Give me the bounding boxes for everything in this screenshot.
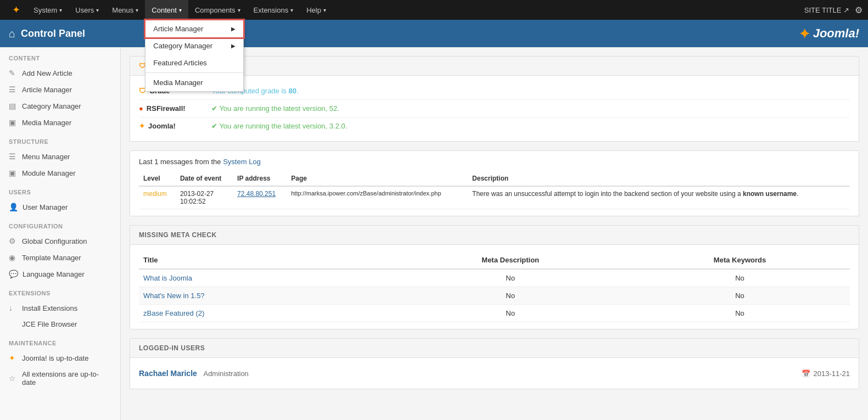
top-nav-left: ✦ System ▾ Users ▾ Menus ▾ Content ▾ Art…: [5, 0, 333, 20]
top-navbar: ✦ System ▾ Users ▾ Menus ▾ Content ▾ Art…: [0, 0, 868, 20]
meta-row-3: zBase Featured (2) No No: [139, 305, 850, 322]
firewall-grade-row: 🛡 Grade Your computed grade is 80.: [139, 82, 850, 100]
joomla-uptodate-icon: ✦: [9, 354, 18, 362]
log-col-ip: IP address: [233, 171, 287, 186]
log-page-cell: http://marksa.ipower.com/zBase/administr…: [287, 186, 468, 209]
log-col-level: Level: [139, 171, 176, 186]
calendar-icon: 📅: [802, 369, 810, 378]
meta-row3-desc: No: [391, 305, 630, 322]
nav-help[interactable]: Help ▾: [300, 0, 333, 20]
logged-user-info: Rachael Maricle Administration: [139, 369, 249, 378]
sidebar-item-module-manager[interactable]: ▣ Module Manager: [0, 165, 120, 181]
nav-menus-arrow: ▾: [136, 7, 138, 13]
log-table-header-row: Level Date of event IP address Page Desc…: [139, 171, 850, 186]
sidebar-section-configuration: CONFIGURATION: [0, 215, 120, 233]
log-panel: Last 1 messages from the System Log Leve…: [130, 150, 859, 216]
extensions-uptodate-icon: ☆: [9, 374, 18, 383]
nav-system[interactable]: System ▾: [27, 0, 69, 20]
meta-row2-keywords: No: [630, 287, 850, 305]
log-ip-cell: 72.48.80.251: [233, 186, 287, 209]
dropdown-category-manager[interactable]: Category Manager ▶: [145, 37, 243, 54]
nav-components[interactable]: Components ▾: [188, 0, 247, 20]
main-content-area: 🛡 REWALL PRO 🛡 Grade Your computed grade…: [121, 47, 868, 420]
firewall-joomla-label: ✦ Joomla!: [139, 122, 205, 130]
category-manager-arrow: ▶: [231, 43, 236, 49]
dropdown-media-manager[interactable]: Media Manager: [145, 74, 243, 91]
sidebar-item-language-manager[interactable]: 💬 Language Manager: [0, 266, 120, 282]
check-icon-rsfirewall: ✔: [211, 104, 217, 113]
sidebar-item-media-manager[interactable]: ▣ Media Manager: [0, 114, 120, 131]
settings-icon[interactable]: ⚙: [855, 5, 863, 15]
logged-date-value: 2013-11-21: [814, 369, 850, 378]
meta-row1-keywords: No: [630, 269, 850, 287]
sidebar: CONTENT ✎ Add New Article ☰ Article Mana…: [0, 47, 121, 420]
logged-users-header: LOGGED-IN USERS: [130, 339, 859, 358]
sidebar-section-structure: STRUCTURE: [0, 131, 120, 148]
log-table: Level Date of event IP address Page Desc…: [139, 171, 850, 209]
logged-users-body: Rachael Maricle Administration 📅 2013-11…: [130, 358, 859, 389]
sidebar-item-category-manager[interactable]: ▤ Category Manager: [0, 98, 120, 114]
nav-users[interactable]: Users ▾: [69, 0, 105, 20]
log-desc-cell: There was an unsuccessful attempt to log…: [468, 186, 850, 209]
sidebar-item-article-manager[interactable]: ☰ Article Manager: [0, 81, 120, 98]
nav-help-arrow: ▾: [323, 7, 326, 13]
firewall-rsfirewall-value: ✔ You are running the latest version, 52…: [211, 104, 339, 113]
meta-link-1[interactable]: What is Joomla: [143, 274, 192, 282]
sidebar-section-maintenance: MAINTENANCE: [0, 332, 120, 350]
nav-content-arrow: ▾: [179, 7, 182, 13]
sidebar-item-template-manager[interactable]: ◉ Template Manager: [0, 249, 120, 266]
nav-content[interactable]: Content ▾ Article Manager ▶ Category Man…: [145, 0, 188, 20]
template-manager-icon: ◉: [9, 253, 18, 262]
sidebar-item-global-config[interactable]: ⚙ Global Configuration: [0, 233, 120, 249]
main-layout: CONTENT ✎ Add New Article ☰ Article Mana…: [0, 47, 868, 420]
meta-panel-header: MISSING META CHECK: [130, 226, 859, 245]
brand-title: Control Panel: [21, 28, 85, 40]
nav-system-arrow: ▾: [59, 7, 62, 13]
sidebar-item-install-extensions[interactable]: ↓ Install Extensions: [0, 300, 120, 316]
sidebar-item-user-manager[interactable]: 👤 User Manager: [0, 199, 120, 215]
joomla-version-text: You are running the latest version, 3.2.…: [219, 122, 347, 130]
global-config-icon: ⚙: [9, 237, 18, 245]
sidebar-item-joomla-uptodate[interactable]: ✦ Joomla! is up-to-date: [0, 350, 120, 366]
sidebar-item-menu-manager[interactable]: ☰ Menu Manager: [0, 148, 120, 165]
log-col-date: Date of event: [176, 171, 233, 186]
meta-row1-desc: No: [391, 269, 630, 287]
joomla-logo-nav[interactable]: ✦: [5, 0, 27, 20]
meta-col-keywords: Meta Keywords: [630, 251, 850, 269]
nav-extensions[interactable]: Extensions ▾: [247, 0, 300, 20]
site-title[interactable]: SITE TITLE ↗: [804, 6, 849, 14]
home-icon[interactable]: ⌂: [9, 27, 15, 40]
dropdown-article-manager[interactable]: Article Manager ▶: [145, 20, 243, 37]
sidebar-item-extensions-uptodate[interactable]: ☆ All extensions are up-to-date: [0, 366, 120, 390]
check-icon-joomla: ✔: [211, 122, 217, 130]
nav-menus[interactable]: Menus ▾: [105, 0, 145, 20]
system-log-link[interactable]: System Log: [223, 158, 261, 166]
meta-panel: MISSING META CHECK Title Meta Descriptio…: [130, 225, 859, 329]
admin-header: ⌂ Control Panel ✦ Joomla!: [0, 20, 868, 47]
meta-col-desc: Meta Description: [391, 251, 630, 269]
meta-row3-keywords: No: [630, 305, 850, 322]
sidebar-item-jce-file-browser[interactable]: JCE File Browser: [0, 316, 120, 332]
ip-link[interactable]: 72.48.80.251: [237, 190, 276, 198]
rsfirewall-version-text: You are running the latest version, 52.: [219, 104, 339, 113]
article-manager-icon: ☰: [9, 85, 18, 94]
sidebar-item-add-new-article[interactable]: ✎ Add New Article: [0, 65, 120, 81]
log-intro-text: Last 1 messages from the: [139, 158, 223, 166]
nav-users-arrow: ▾: [96, 7, 99, 13]
logged-user-role: Administration: [203, 369, 248, 378]
sidebar-section-content: CONTENT: [0, 47, 120, 65]
log-intro: Last 1 messages from the System Log: [139, 158, 850, 166]
meta-row3-title: zBase Featured (2): [139, 305, 391, 322]
meta-link-2[interactable]: What's New in 1.5?: [143, 292, 205, 300]
logged-user-name[interactable]: Rachael Maricle: [139, 369, 197, 378]
add-article-icon: ✎: [9, 69, 18, 77]
log-table-row: medium 2013-02-2710:02:52 72.48.80.251 h…: [139, 186, 850, 209]
meta-link-3[interactable]: zBase Featured (2): [143, 309, 204, 317]
firewall-rsfirewall-row: ● RSFirewall! ✔ You are running the late…: [139, 100, 850, 117]
article-manager-arrow: ▶: [231, 26, 236, 32]
dropdown-divider: [145, 72, 243, 73]
dropdown-featured-articles[interactable]: Featured Articles: [145, 54, 243, 71]
menu-manager-icon: ☰: [9, 152, 18, 161]
meta-table: Title Meta Description Meta Keywords Wha…: [139, 251, 850, 322]
brand-area: ⌂ Control Panel: [9, 27, 85, 40]
